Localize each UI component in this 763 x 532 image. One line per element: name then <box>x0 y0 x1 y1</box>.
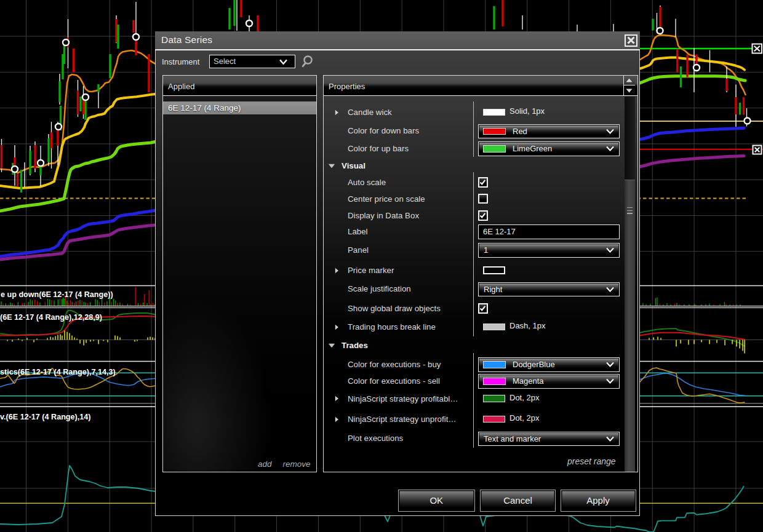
svg-text:v.(6E 12-17 (4 Range),14): v.(6E 12-17 (4 Range),14) <box>0 413 90 421</box>
svg-text:(6E 12-17 (4 Range),12,28,9): (6E 12-17 (4 Range),12,28,9) <box>0 313 102 322</box>
svg-text:stics(6E 12-17 (4 Range),7,14,: stics(6E 12-17 (4 Range),7,14,3) <box>0 368 116 376</box>
svg-text:e up down(6E 12-17 (4 Range)): e up down(6E 12-17 (4 Range)) <box>1 290 113 299</box>
